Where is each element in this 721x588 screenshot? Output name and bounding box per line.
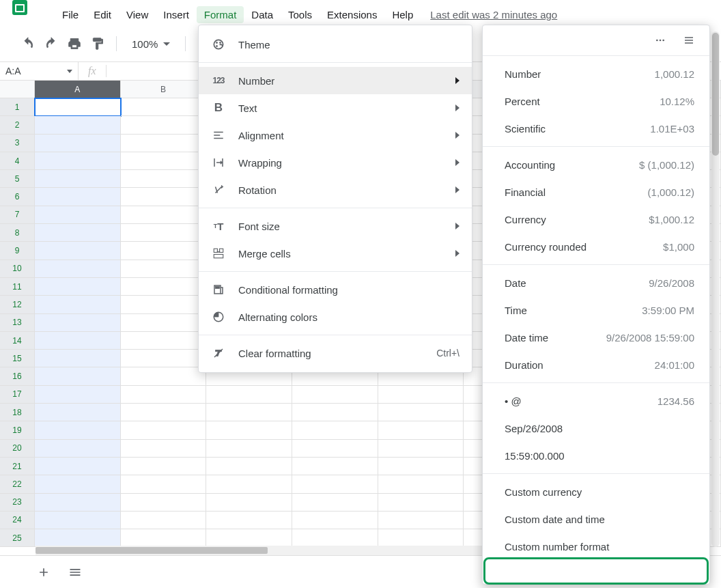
number-format-option[interactable]: Currency rounded$1,000 xyxy=(483,233,709,260)
row-header[interactable]: 9 xyxy=(0,242,35,260)
cell[interactable] xyxy=(292,421,378,439)
cell[interactable] xyxy=(121,512,207,529)
cell[interactable] xyxy=(206,494,292,512)
cell[interactable] xyxy=(121,170,207,188)
row-header[interactable]: 25 xyxy=(0,529,35,547)
cell[interactable] xyxy=(121,440,207,458)
menu-view[interactable]: View xyxy=(119,6,156,23)
menu-number[interactable]: 123 Number xyxy=(199,67,472,94)
cell[interactable] xyxy=(121,386,207,404)
number-format-option[interactable]: Date time9/26/2008 15:59:00 xyxy=(483,324,709,351)
cell[interactable] xyxy=(378,458,464,475)
select-all-corner[interactable] xyxy=(0,81,35,98)
row-header[interactable]: 11 xyxy=(0,278,35,296)
add-sheet-button[interactable] xyxy=(34,563,53,582)
row-header[interactable]: 8 xyxy=(0,224,35,242)
name-box[interactable]: A:A xyxy=(0,62,78,80)
row-header[interactable]: 14 xyxy=(0,332,35,350)
zoom-dropdown[interactable]: 100% xyxy=(128,38,174,50)
cell[interactable] xyxy=(121,332,207,350)
menu-text[interactable]: B Text xyxy=(199,94,472,122)
row-header[interactable]: 24 xyxy=(0,512,35,529)
row-header[interactable]: 13 xyxy=(0,314,35,332)
paint-format-icon[interactable] xyxy=(90,36,105,51)
number-format-option[interactable]: Accounting$ (1,000.12) xyxy=(483,151,709,178)
cell[interactable] xyxy=(121,475,207,493)
cell[interactable] xyxy=(35,206,121,224)
cell[interactable] xyxy=(35,135,121,152)
cell[interactable] xyxy=(121,314,207,332)
redo-icon[interactable] xyxy=(44,36,59,51)
cell[interactable] xyxy=(121,404,207,421)
cell[interactable] xyxy=(206,475,292,493)
cell[interactable] xyxy=(378,386,464,404)
cell[interactable] xyxy=(378,494,464,512)
cell[interactable] xyxy=(121,529,207,547)
row-header[interactable]: 12 xyxy=(0,296,35,313)
menu-data[interactable]: Data xyxy=(244,6,281,23)
cell[interactable] xyxy=(35,404,121,421)
number-format-option[interactable]: Sep/26/2008 xyxy=(483,415,709,442)
number-format-option[interactable]: Percent10.12% xyxy=(483,87,709,115)
cell[interactable] xyxy=(35,314,121,332)
cell[interactable] xyxy=(35,529,121,547)
cell[interactable] xyxy=(121,260,207,278)
cell[interactable] xyxy=(35,367,121,385)
menu-format[interactable]: Format xyxy=(197,6,244,23)
row-header[interactable]: 4 xyxy=(0,152,35,170)
number-format-option[interactable]: Date9/26/2008 xyxy=(483,269,709,296)
cell[interactable] xyxy=(121,206,207,224)
cell[interactable] xyxy=(121,152,207,170)
row-header[interactable]: 10 xyxy=(0,260,35,278)
cell[interactable] xyxy=(121,421,207,439)
number-format-option[interactable]: Custom number format xyxy=(483,533,709,560)
menu-insert[interactable]: Insert xyxy=(156,6,197,23)
number-format-option[interactable]: Number1,000.12 xyxy=(483,60,709,87)
cell[interactable] xyxy=(121,116,207,134)
cell[interactable] xyxy=(35,332,121,350)
cell[interactable] xyxy=(121,494,207,512)
sheets-logo[interactable] xyxy=(0,0,38,20)
cell[interactable] xyxy=(35,421,121,439)
number-format-option[interactable]: Custom currency xyxy=(483,478,709,505)
menu-fontsize[interactable]: TT Font size xyxy=(199,212,472,240)
row-header[interactable]: 23 xyxy=(0,494,35,512)
row-header[interactable]: 17 xyxy=(0,386,35,404)
cell[interactable] xyxy=(292,440,378,458)
cell[interactable] xyxy=(292,529,378,547)
row-header[interactable]: 6 xyxy=(0,188,35,206)
cell[interactable] xyxy=(121,278,207,296)
row-header[interactable]: 19 xyxy=(0,421,35,439)
cell[interactable] xyxy=(35,170,121,188)
cell[interactable] xyxy=(292,458,378,475)
menu-tools[interactable]: Tools xyxy=(281,6,320,23)
cell[interactable] xyxy=(378,440,464,458)
menu-extensions[interactable]: Extensions xyxy=(320,6,384,23)
cell[interactable] xyxy=(35,260,121,278)
menu-clear-formatting[interactable]: Clear formatting Ctrl+\ xyxy=(199,339,472,367)
row-header[interactable]: 2 xyxy=(0,116,35,134)
cell[interactable] xyxy=(35,512,121,529)
menu-alignment[interactable]: Alignment xyxy=(199,122,472,149)
menu-icon[interactable] xyxy=(683,35,694,46)
cell[interactable] xyxy=(292,512,378,529)
cell[interactable] xyxy=(378,529,464,547)
number-format-option[interactable]: Financial(1,000.12) xyxy=(483,178,709,206)
cell[interactable] xyxy=(35,242,121,260)
cell[interactable] xyxy=(206,529,292,547)
column-header-B[interactable]: B xyxy=(121,81,207,98)
number-format-option[interactable]: Duration24:01:00 xyxy=(483,351,709,378)
cell[interactable] xyxy=(35,494,121,512)
cell[interactable] xyxy=(206,440,292,458)
row-header[interactable]: 15 xyxy=(0,350,35,367)
cell[interactable] xyxy=(292,494,378,512)
row-header[interactable]: 20 xyxy=(0,440,35,458)
cell[interactable] xyxy=(292,386,378,404)
cell[interactable] xyxy=(121,350,207,367)
row-header[interactable]: 1 xyxy=(0,98,35,116)
column-header-A[interactable]: A xyxy=(35,81,121,98)
number-format-option[interactable]: Scientific1.01E+03 xyxy=(483,115,709,142)
cell[interactable] xyxy=(35,152,121,170)
cell[interactable] xyxy=(121,242,207,260)
cell[interactable] xyxy=(35,116,121,134)
